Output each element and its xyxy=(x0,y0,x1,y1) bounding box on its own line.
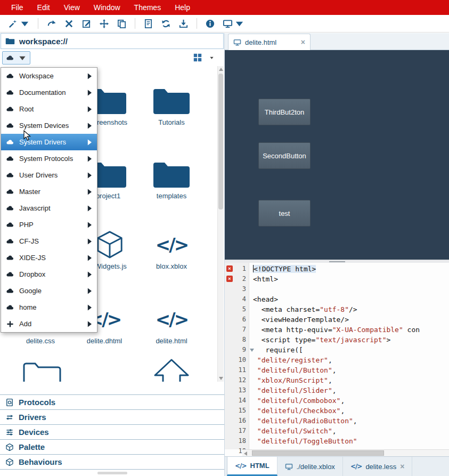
tab-delite-less[interactable]: </>delite.less× xyxy=(343,457,413,476)
preview-button-test[interactable]: test xyxy=(258,200,311,227)
menu-item-documentation[interactable]: Documentation xyxy=(1,84,97,101)
panel-protocols[interactable]: Protocols xyxy=(0,394,224,409)
menu-window[interactable]: Window xyxy=(87,3,127,12)
report-button[interactable] xyxy=(143,19,153,29)
cloud-icon xyxy=(6,171,14,180)
code-line[interactable]: 9 require([ xyxy=(225,345,449,355)
menu-item-javascript[interactable]: Javascript xyxy=(1,200,97,216)
menu-edit[interactable]: Edit xyxy=(30,3,57,12)
submenu-caret-icon xyxy=(85,105,94,114)
panel-behaviours[interactable]: Behaviours xyxy=(0,454,224,469)
menu-item-php[interactable]: PHP xyxy=(1,216,97,233)
code-line[interactable]: 17 "deliteful/Switch", xyxy=(225,426,449,436)
splitter-grip[interactable] xyxy=(329,261,345,262)
menu-item-add[interactable]: Add xyxy=(1,316,97,332)
menu-item-google[interactable]: Google xyxy=(1,283,97,299)
menu-item-cf-js[interactable]: CF-JS xyxy=(1,233,97,249)
code-line[interactable]: 4<head> xyxy=(225,294,449,304)
redo-button[interactable] xyxy=(46,19,56,29)
close-icon[interactable]: × xyxy=(400,463,404,470)
file-label: blox.xblox xyxy=(140,262,203,270)
code-line[interactable]: 6 <viewHeaderTemplate/> xyxy=(225,314,449,325)
code-line[interactable]: ×2<html> xyxy=(225,274,449,284)
view-caret-down-icon[interactable] xyxy=(209,55,214,60)
code-line[interactable]: 5 <meta charset="utf-8"/> xyxy=(225,304,449,314)
code-line[interactable]: 16 "deliteful/RadioButton", xyxy=(225,416,449,426)
panel-drivers[interactable]: Drivers xyxy=(0,409,224,424)
editor-hscrollbar[interactable] xyxy=(242,449,449,456)
mouse-cursor xyxy=(23,130,31,141)
close-button[interactable] xyxy=(64,19,74,29)
file-item-templates[interactable]: templates xyxy=(140,155,203,200)
menu-item-home[interactable]: home xyxy=(1,299,97,316)
preview-tabbar: delite.html × xyxy=(225,33,449,50)
info-button[interactable] xyxy=(205,19,215,29)
gutter-cell: 15 xyxy=(225,406,249,416)
edit-button[interactable] xyxy=(81,19,92,29)
menu-item-root[interactable]: Root xyxy=(1,101,97,117)
code-line[interactable]: 8 <script type="text/javascript"> xyxy=(225,335,449,345)
scroll-left-arrow[interactable] xyxy=(244,451,247,456)
menu-item-dropbox[interactable]: Dropbox xyxy=(1,266,97,283)
code-line[interactable]: 3 xyxy=(225,284,449,294)
submenu-caret-icon xyxy=(85,88,94,97)
move-button[interactable] xyxy=(99,19,109,29)
scrollbar-thumb[interactable] xyxy=(218,74,223,209)
code-line[interactable]: 12 "xblox/RunScript", xyxy=(225,375,449,385)
menu-item-label: XIDE-JS xyxy=(19,254,80,262)
code-line[interactable]: 13 "deliteful/Slider", xyxy=(225,385,449,396)
code-editor[interactable]: ×1<!DOCTYPE html>×2<html>34<head>5 <meta… xyxy=(225,263,449,456)
preview-button-thirdbut2ton[interactable]: ThirdBut2ton xyxy=(258,99,311,125)
code-line[interactable]: 14 "deliteful/Combobox", xyxy=(225,396,449,406)
tab-html[interactable]: </>HTML xyxy=(227,457,277,476)
scroll-down-arrow[interactable] xyxy=(219,377,223,380)
wand-button[interactable] xyxy=(8,19,30,29)
menu-item-master[interactable]: Master xyxy=(1,183,97,200)
code-line[interactable]: 15 "deliteful/Checkbox", xyxy=(225,406,449,416)
file-item-partial[interactable] xyxy=(140,356,203,382)
file-item-tutorials[interactable]: Tutorials xyxy=(140,82,203,126)
panel-label: Behaviours xyxy=(19,457,62,466)
caret-down-icon xyxy=(18,54,27,62)
hscrollbar-thumb[interactable] xyxy=(252,450,384,456)
move-icon xyxy=(99,19,109,29)
menu-item-system-drivers[interactable]: System Drivers xyxy=(1,134,97,150)
menu-help[interactable]: Help xyxy=(168,3,197,12)
menu-item-system-protocols[interactable]: System Protocols xyxy=(1,150,97,167)
code-line[interactable]: ×1<!DOCTYPE html> xyxy=(225,264,449,274)
menu-item-system-devices[interactable]: System Devices xyxy=(1,117,97,134)
submenu-caret-icon xyxy=(85,303,94,312)
display-button[interactable] xyxy=(223,19,244,29)
panel-palette[interactable]: Palette xyxy=(0,439,224,454)
code-line[interactable]: 10 "delite/register", xyxy=(225,355,449,365)
gutter-cell: 14 xyxy=(225,396,249,406)
menu-themes[interactable]: Themes xyxy=(127,3,168,12)
tab-delite-html[interactable]: delite.html × xyxy=(228,34,311,50)
menu-item-workspace[interactable]: Workspace xyxy=(1,68,97,84)
panel-resize-grip[interactable] xyxy=(97,472,127,474)
source-dropdown-button[interactable] xyxy=(2,51,30,64)
code-line[interactable]: 11 "deliteful/Button", xyxy=(225,365,449,375)
submenu-caret-icon xyxy=(85,188,94,196)
menu-item-xide-js[interactable]: XIDE-JS xyxy=(1,249,97,266)
menu-file[interactable]: File xyxy=(4,3,30,12)
code-line[interactable]: 7 <meta http-equiv="X-UA-Compatible" con xyxy=(225,325,449,335)
copy-button[interactable] xyxy=(117,19,127,29)
close-icon[interactable]: × xyxy=(301,38,305,46)
code-line[interactable]: 18 "deliteful/ToggleButton" xyxy=(225,436,449,446)
tab-delite-xblox[interactable]: ./delite.xblox xyxy=(277,457,343,476)
fold-caret-icon[interactable] xyxy=(250,349,254,352)
menu-view[interactable]: View xyxy=(57,3,87,12)
download-button[interactable] xyxy=(178,19,189,29)
file-grid-scrollbar[interactable] xyxy=(217,66,224,382)
file-item-blox-xblox[interactable]: </>blox.xblox xyxy=(140,225,203,270)
preview-button-secondbutton[interactable]: SecondButton xyxy=(258,142,311,169)
grid-view-button[interactable] xyxy=(193,53,202,62)
file-item-delite-html[interactable]: </>delite.html xyxy=(140,300,203,345)
file-item-partial[interactable] xyxy=(10,356,74,382)
panel-devices[interactable]: Devices xyxy=(0,424,224,439)
code-icon: </> xyxy=(235,462,247,470)
menu-item-user-drivers[interactable]: User Drivers xyxy=(1,167,97,183)
scroll-up-arrow[interactable] xyxy=(219,68,223,71)
refresh-button[interactable] xyxy=(161,19,171,29)
